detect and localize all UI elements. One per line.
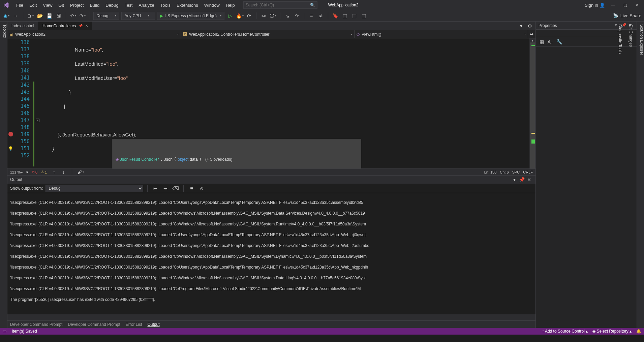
health-icon[interactable]: ♥ [26,170,28,174]
tab-errorlist[interactable]: Error List [126,322,142,327]
menu-analyze[interactable]: Analyze [136,1,157,9]
notifications-button[interactable]: 🔔 [636,329,641,334]
tab-output[interactable]: Output [148,322,160,327]
menu-debug[interactable]: Debug [103,1,121,9]
output-text[interactable]: 'iisexpress.exe' (CLR v4.0.30319: /LM/W3… [7,193,535,314]
solution-explorer-tab[interactable]: Solution Explorer [639,24,644,328]
menu-test[interactable]: Test [122,1,135,9]
save-button[interactable]: 💾 [45,12,53,20]
fold-button[interactable]: - [36,119,39,122]
comment-button[interactable]: ≡ [308,12,315,20]
toolbox-tab[interactable]: Toolbox [0,22,7,328]
output-wrap-button[interactable]: ≡ [188,185,195,192]
select-repository-button[interactable]: ◈ Select Repository ▴ [592,329,632,334]
open-button[interactable]: 📂 [36,12,43,20]
maximize-button[interactable]: ▢ [621,1,629,9]
redo-button[interactable]: ↷ [79,12,86,20]
forward-button[interactable]: → [12,12,20,20]
bookmark-button[interactable]: 🔖 [332,12,339,20]
properties-pages-button[interactable]: 🔧 [555,38,563,45]
toolbar-btn-a[interactable]: ⬚ [350,12,358,20]
warning-count[interactable]: ⚠1 [41,170,47,174]
menu-help[interactable]: Help [223,1,238,9]
start-nodebug-button[interactable]: ▷ [226,12,234,20]
tabs-settings-button[interactable]: ⚙ [526,22,533,30]
menu-build[interactable]: Build [87,1,102,9]
menu-tools[interactable]: Tools [158,1,173,9]
output-close-button[interactable]: ✕ [525,176,533,183]
person-icon: 👤 [600,3,605,8]
tab-devprompt2[interactable]: Developer Command Prompt [68,322,120,327]
zoom-level[interactable]: 121 % [10,170,23,174]
search-box[interactable]: 🔍 [243,1,317,9]
add-source-control-button[interactable]: ↑ Add to Source Control ▴ [542,329,588,334]
lightbulb-icon[interactable]: 💡 [8,146,13,151]
next-issue-button[interactable]: ↓ [60,168,67,176]
output-hscroll[interactable] [7,314,535,320]
step-over-button[interactable]: ↷ [293,12,301,20]
properties-categorize-button[interactable]: ▦ [538,38,545,45]
tab-index[interactable]: Index.cshtml [7,22,38,30]
live-share-button[interactable]: 📡Live Share [613,13,641,18]
tab-homecontroller[interactable]: HomeController.cs 📌 ✕ [38,22,92,30]
menu-window[interactable]: Window [202,1,222,9]
nav-project[interactable]: ▣WebApplication2 [7,30,181,38]
find-button[interactable]: ⬚ [341,12,348,20]
indent-mode[interactable]: SPC [512,170,520,174]
output-prev-button[interactable]: ⇤ [152,185,159,192]
breakpoint-icon[interactable] [8,132,13,136]
output-dropdown-button[interactable]: ▾ [511,176,518,183]
config-selector[interactable]: Debug [93,12,119,20]
tab-devprompt1[interactable]: Developer Command Prompt [10,322,62,327]
output-clear-button[interactable]: ⌫ [172,185,179,192]
start-debug-button[interactable]: ▶IIS Express (Microsoft Edge) [157,12,224,20]
toolbar-btn-b[interactable]: ⬚ [360,12,367,20]
error-count[interactable]: ⊘0 [32,170,37,174]
back-button[interactable]: ◉ [3,12,10,20]
output-pin-button[interactable]: 📌 [518,176,525,183]
close-tab-icon[interactable]: ✕ [85,24,88,28]
uncomment-button[interactable]: ≢ [317,12,325,20]
cleanup-button[interactable]: 🖌 [77,168,84,176]
save-all-button[interactable]: 🖫 [55,12,62,20]
menu-git[interactable]: Git [56,1,67,9]
browser-link-dropdown[interactable]: 🖵 [269,12,277,20]
editor-navbar: ▣WebApplication2 🅲WebApplication2.Contro… [7,30,535,38]
split-editor-button[interactable]: ⬌ [528,30,535,38]
new-item-button[interactable]: 🗋 [27,12,34,20]
code-content[interactable]: Name="foo", LastModified="foo", LastModi… [41,38,529,168]
menu-extensions[interactable]: Extensions [174,1,201,9]
hot-reload-button[interactable]: 🔥 [236,12,243,20]
minimize-button[interactable]: — [609,1,617,9]
output-ex-button[interactable]: ⎋ [198,185,205,192]
menu-file[interactable]: File [13,1,26,9]
properties-pin-button[interactable]: 📌 [622,23,627,28]
signin-button[interactable]: Sign in 👤 [585,3,605,8]
output-source-select[interactable]: Debug [45,185,143,192]
menu-edit[interactable]: Edit [27,1,39,9]
search-input[interactable] [246,3,310,7]
browser-link-button[interactable]: ⫘ [260,12,267,20]
platform-selector[interactable]: Any CPU [121,12,155,20]
tabs-overflow-button[interactable]: ▾ [517,22,525,30]
nav-type[interactable]: 🅲WebApplication2.Controllers.HomeControl… [181,30,355,38]
prev-issue-button[interactable]: ↑ [50,168,58,176]
output-next-button[interactable]: ⇥ [162,185,169,192]
git-changes-tab[interactable]: Git Changes [628,24,633,328]
browser-refresh-button[interactable]: ⟳ [245,12,253,20]
pin-icon[interactable]: 📌 [79,24,83,28]
properties-alpha-button[interactable]: A↓ [547,38,554,45]
step-into-button[interactable]: ↘ [284,12,291,20]
glyph-margin[interactable]: 💡 [7,38,14,168]
fold-margin[interactable]: - [35,38,41,168]
menu-view[interactable]: View [40,1,55,9]
eol-mode[interactable]: CRLF [523,170,533,174]
undo-button[interactable]: ↶ [69,12,77,20]
diagnostic-tools-tab[interactable]: Diagnostic Tools [618,24,622,328]
close-button[interactable]: ✕ [633,1,641,9]
code-editor[interactable]: 💡 136 137 138 139 140 141 142 143 144 14… [7,38,535,168]
editor-scrollbar[interactable]: ▴ [529,38,535,168]
nav-member[interactable]: ◇ViewHtml() [355,30,528,38]
cursor-col: Ch: 6 [500,170,509,174]
menu-project[interactable]: Project [67,1,86,9]
